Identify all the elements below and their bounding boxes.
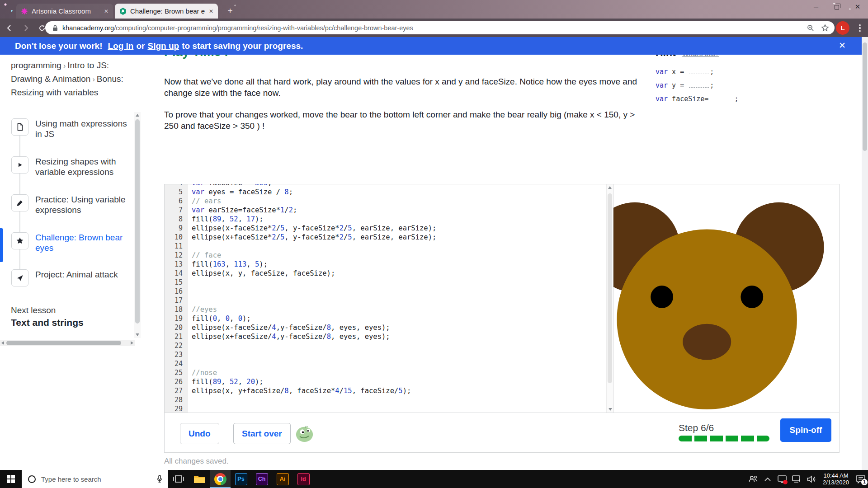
microphone-icon[interactable] [156,475,163,483]
code-line[interactable]: 27ellipse(x, y+faceSize/8, faceSize*4/15… [165,386,607,395]
file-explorer-button[interactable] [189,470,210,488]
hint-blank [689,82,709,88]
editor-scrollbar[interactable] [606,184,613,413]
taskbar-app-ai[interactable]: Ai [272,470,293,488]
profile-avatar[interactable]: L [836,21,849,35]
code-line[interactable]: 6// ears [165,197,607,206]
speaker-icon[interactable] [804,470,818,488]
window-minimize-button[interactable]: – [806,0,826,14]
sidebar-horizontal-scrollbar[interactable] [0,340,135,346]
tab-artsonia[interactable]: Artsonia Classroom ✕ [16,4,113,19]
window-restore-button[interactable] [826,0,847,14]
taskbar-app-id[interactable]: Id [293,470,314,488]
code-line[interactable]: 16 [165,287,607,296]
tab-title: Challenge: Brown bear eyes | Bon [130,7,205,15]
line-number: 19 [165,314,188,323]
code-line[interactable]: 21ellipse(x+faceSize/4,y-faceSize/8, eye… [165,332,607,341]
browser-titlebar: Artsonia Classroom ✕ Challenge: Brown be… [0,0,868,19]
action-center-icon[interactable]: 1 [854,470,868,488]
star-icon [11,232,28,249]
article-icon [11,118,28,136]
search-placeholder: Type here to search [41,475,101,483]
page-scrollbar[interactable] [862,37,868,470]
line-number: 4 [165,184,188,188]
code-line[interactable]: 26fill(89, 52, 20); [165,377,607,386]
selected-item-indicator [0,228,3,262]
code-line[interactable]: 8fill(89, 52, 17); [165,215,607,224]
people-icon[interactable] [746,470,760,488]
code-line[interactable]: 9ellipse(x-faceSize*2/5, y-faceSize*2/5,… [165,224,607,233]
code-line[interactable]: 10ellipse(x+faceSize*2/5, y-faceSize*2/5… [165,233,607,242]
chevron-up-icon[interactable] [760,470,775,488]
code-line[interactable]: 19fill(0, 0, 0); [165,314,607,323]
undo-button[interactable]: Undo [180,423,219,444]
code-line[interactable]: 17 [165,296,607,305]
code-line[interactable]: 22 [165,341,607,350]
code-line[interactable]: 4var faceSize = 300; [165,184,607,188]
code-line[interactable]: 15 [165,278,607,287]
sidebar-item-label: Project: Animal attack [35,269,131,280]
tab-close-icon[interactable]: ✕ [104,8,108,14]
sidebar-item-label: Resizing shapes with variable expression… [35,156,131,177]
mascot-icon [294,423,315,444]
task-view-button[interactable] [168,470,189,488]
line-number: 16 [165,287,188,296]
folder-icon [193,474,205,484]
ch-app-icon: Ch [256,473,268,485]
code-line[interactable]: 14ellipse(x, y, faceSize, faceSize); [165,269,607,278]
bear-right-eye [741,286,763,308]
tab-close-icon[interactable]: ✕ [209,8,213,14]
code-line[interactable]: 29 [165,404,607,413]
new-tab-button[interactable]: + [224,5,236,17]
breadcrumb-link[interactable]: programming [11,61,61,70]
url-bar[interactable]: khanacademy.org/computing/computer-progr… [45,21,835,34]
browser-menu-icon[interactable] [855,22,864,34]
line-number: 10 [165,233,188,242]
network-icon[interactable] [789,470,804,488]
start-over-button[interactable]: Start over [233,423,291,444]
code-line[interactable]: 7var earSize=faceSize*1/2; [165,206,607,215]
hint-blank [713,96,733,101]
forward-button[interactable] [19,21,33,35]
next-lesson-link[interactable]: Text and strings [11,317,84,328]
zoom-icon[interactable] [807,24,815,32]
code-line[interactable]: 25//nose [165,368,607,377]
clock[interactable]: 10:44 AM 2/13/2020 [818,472,854,486]
code-line[interactable]: 24 [165,359,607,368]
rocket-icon [11,269,28,286]
taskbar-app-ps[interactable]: Ps [231,470,251,488]
code-line[interactable]: 12// face [165,251,607,260]
taskbar-search[interactable]: Type here to search [22,470,168,488]
chrome-taskbar-button[interactable] [210,470,231,488]
log-in-link[interactable]: Log in [108,41,133,51]
back-button[interactable] [3,21,16,35]
code-line[interactable]: 23 [165,350,607,359]
spin-off-button[interactable]: Spin-off [780,418,831,442]
code-line[interactable]: 11 [165,242,607,251]
line-number: 8 [165,215,188,224]
window-close-button[interactable]: ✕ [847,0,868,14]
lock-icon [52,25,58,31]
bear-left-eye [651,286,673,308]
alert-badge [783,480,788,484]
taskbar-app-ch[interactable]: Ch [251,470,272,488]
code-line[interactable]: 28 [165,395,607,404]
code-line[interactable]: 18//eyes [165,305,607,314]
editor-controls: Undo Start over Step 6/6 Spin-off [165,413,839,452]
code-line[interactable]: 13fill(163, 113, 5); [165,260,607,269]
hint-code-line: var x = ; [656,68,738,81]
sidebar-vertical-scrollbar[interactable] [134,112,141,338]
start-button[interactable] [0,470,22,488]
divider [0,110,136,110]
bookmark-star-icon[interactable] [821,24,829,32]
progress-segment [757,436,770,441]
notification-count-badge: 1 [861,479,868,485]
code-line[interactable]: 5var eyes = faceSize / 8; [165,188,607,197]
notification-monitor-icon[interactable] [775,470,789,488]
tab-challenge-brown-bear-eyes[interactable]: Challenge: Brown bear eyes | Bon ✕ [115,4,218,19]
code-line[interactable]: 20ellipse(x-faceSize/4,y-faceSize/8, eye… [165,323,607,332]
code-editor[interactable]: 4var faceSize = 300;5var eyes = faceSize… [165,184,607,413]
banner-close-icon[interactable]: ✕ [837,41,847,51]
save-status: All changes saved. [164,457,229,466]
sign-up-link[interactable]: Sign up [147,41,179,51]
